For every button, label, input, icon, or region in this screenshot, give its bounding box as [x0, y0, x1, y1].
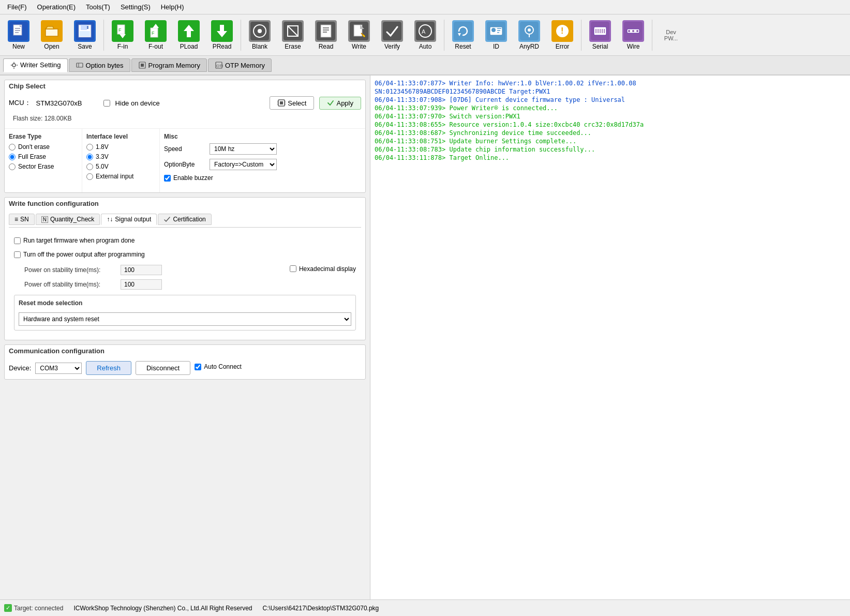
run-target-row: Run target firmware when program done [14, 237, 356, 247]
write-function-section: Write function configuration ≡ SN N Quan… [4, 197, 366, 340]
tab-option-bytes[interactable]: Option bytes [69, 58, 130, 72]
auto-connect-label[interactable]: Auto Connect [195, 363, 242, 370]
error-button[interactable]: ! Error [547, 17, 578, 53]
blank-button[interactable]: Blank [244, 17, 275, 53]
sub-tab-signal-output[interactable]: ↑↓ Signal output [101, 214, 157, 225]
sub-tab-quantity-check[interactable]: N Quantity_Check [36, 214, 100, 225]
buzzer-label[interactable]: Enable buzzer [164, 174, 213, 182]
auto-connect-checkbox[interactable] [195, 364, 201, 370]
power-on-row: Power on stability time(ms): 100 Hexadec… [14, 265, 356, 275]
device-select[interactable]: COM1 COM2 COM3 COM4 [35, 363, 82, 374]
misc-optionbyte-row: OptionByte Factory=>Custom Custom [164, 159, 361, 170]
menu-help[interactable]: Help(H) [156, 2, 189, 12]
mcu-label: MCU： [9, 98, 31, 108]
log-entry-6: 06/04-11:33:08:687> Synchronizing device… [375, 129, 846, 137]
reset-button[interactable]: Reset [448, 17, 479, 53]
menu-operation[interactable]: Operation(E) [32, 2, 81, 12]
anyrd-icon [518, 20, 540, 42]
erase-sector-radio[interactable] [9, 163, 16, 170]
erase-full-radio[interactable] [9, 154, 16, 160]
tab-writer-setting[interactable]: Writer Setting [3, 58, 68, 72]
hex-display-checkbox[interactable] [290, 265, 296, 272]
pread-button[interactable]: PRead [206, 17, 237, 53]
select-button[interactable]: Select [270, 96, 314, 110]
speed-select[interactable]: 1M hz 5M hz 10M hz 20M hz [210, 143, 277, 155]
voltage-ext-radio[interactable] [86, 173, 93, 180]
hex-display-label[interactable]: Hexadecimal display [290, 265, 356, 273]
turn-off-label[interactable]: Turn off the power output after programm… [14, 251, 145, 258]
voltage-1v8[interactable]: 1.8V [86, 143, 155, 151]
erase-button[interactable]: Erase [277, 17, 308, 53]
speed-label: Speed [164, 145, 205, 153]
hex-display-text: Hexadecimal display [299, 265, 356, 273]
erase-full[interactable]: Full Erase [9, 153, 78, 160]
hide-on-device-checkbox[interactable] [103, 100, 110, 107]
voltage-5v0-radio[interactable] [86, 163, 93, 170]
run-target-checkbox[interactable] [14, 237, 21, 244]
sn-label: SN [20, 216, 29, 223]
refresh-button[interactable]: Refresh [86, 361, 131, 375]
sub-tab-certification[interactable]: Certification [158, 214, 211, 225]
save-button[interactable]: Save [69, 17, 100, 53]
pload-button[interactable]: PLoad [173, 17, 204, 53]
serial-button[interactable]: Serial [585, 17, 616, 53]
error-icon: ! [551, 20, 573, 42]
voltage-5v0[interactable]: 5.0V [86, 163, 155, 170]
fin-button[interactable]: F F-in [107, 17, 138, 53]
erase-dont-radio[interactable] [9, 144, 16, 151]
log-entry-4: 06/04-11:33:07:970> Switch version:PWX1 [375, 113, 846, 120]
wire-button[interactable]: Wire [618, 17, 649, 53]
reset-label: Reset [455, 43, 471, 50]
apply-button[interactable]: Apply [319, 97, 361, 110]
buzzer-checkbox[interactable] [164, 175, 171, 182]
svg-rect-73 [141, 64, 144, 67]
write-button[interactable]: Write [344, 17, 375, 53]
apply-label: Apply [336, 99, 353, 107]
optionbyte-select[interactable]: Factory=>Custom Custom [210, 159, 277, 170]
run-target-text: Run target firmware when program done [23, 237, 135, 244]
voltage-ext[interactable]: External input [86, 173, 155, 180]
menu-setting[interactable]: Setting(S) [115, 2, 156, 12]
chip-icon [277, 99, 286, 107]
verify-button[interactable]: Verify [377, 17, 408, 53]
erase-dont[interactable]: Don't erase [9, 143, 78, 151]
reset-mode-select[interactable]: Hardware and system reset Software reset… [19, 312, 351, 326]
power-off-value: 100 [121, 279, 162, 290]
read-button[interactable]: Read [310, 17, 341, 53]
sn-icon: ≡ [14, 216, 18, 223]
status-filepath: C:\Users\64217\Desktop\STM32G070.pkg [262, 605, 379, 612]
erase-sector[interactable]: Sector Erase [9, 163, 78, 170]
run-target-label[interactable]: Run target firmware when program done [14, 237, 135, 244]
tab-program-memory[interactable]: Program Memory [131, 58, 207, 72]
disconnect-button[interactable]: Disconnect [136, 361, 190, 375]
reset-icon [452, 20, 474, 42]
voltage-1v8-radio[interactable] [86, 144, 93, 151]
voltage-3v3[interactable]: 3.3V [86, 153, 155, 160]
read-icon [315, 20, 337, 42]
auto-button[interactable]: A Auto [410, 17, 441, 53]
svg-rect-70 [77, 63, 83, 67]
fout-button[interactable]: F F-out [140, 17, 171, 53]
id-icon [485, 20, 507, 42]
write-function-body: ≡ SN N Quantity_Check ↑↓ Signal output C… [5, 209, 365, 340]
power-on-value: 100 [121, 265, 162, 275]
turn-off-checkbox[interactable] [14, 251, 21, 258]
anyrd-label: AnyRD [519, 43, 539, 50]
tab-otp-memory[interactable]: OTP OTP Memory [208, 58, 272, 72]
open-button[interactable]: Open [36, 17, 67, 53]
anyrd-button[interactable]: AnyRD [514, 17, 545, 53]
voltage-3v3-radio[interactable] [86, 154, 93, 160]
menu-tools[interactable]: Tools(T) [81, 2, 115, 12]
sub-tab-sn[interactable]: ≡ SN [9, 214, 35, 225]
new-button[interactable]: New [3, 17, 34, 53]
mcu-value: STM32G070xB [36, 99, 98, 107]
disconnect-label: Disconnect [146, 364, 180, 372]
log-entry-2: 06/04-11:33:07:908> [07D6] Current devic… [375, 96, 846, 103]
id-button[interactable]: ID [481, 17, 512, 53]
signal-icon: ↑↓ [107, 216, 113, 223]
log-entry-3: 06/04-11:33:07:939> Power Writer® is con… [375, 104, 846, 112]
auto-icon: A [414, 20, 436, 42]
hide-on-device-label: Hide on device [115, 99, 160, 107]
tab-program-memory-label: Program Memory [148, 62, 200, 69]
menu-file[interactable]: File(F) [2, 2, 32, 12]
